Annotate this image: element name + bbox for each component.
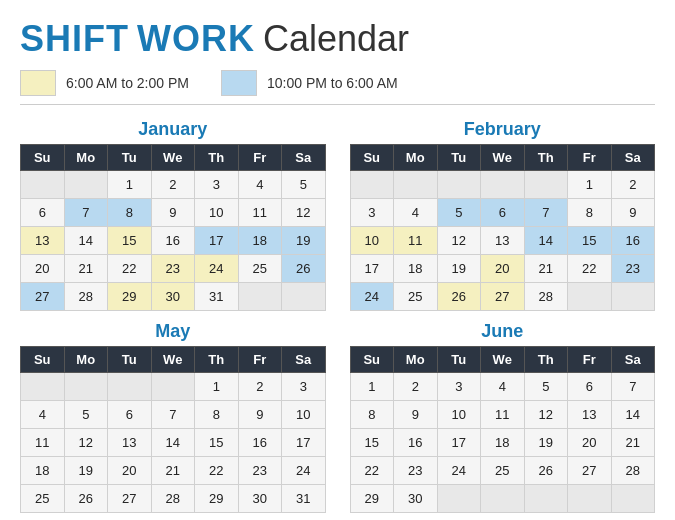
table-row: 25262728293031 (21, 485, 326, 513)
cal-day: 14 (64, 227, 108, 255)
cal-header-Fr: Fr (238, 145, 282, 171)
cal-day: 4 (21, 401, 65, 429)
cal-day: 5 (282, 171, 326, 199)
cal-day: 22 (350, 457, 394, 485)
cal-day (437, 485, 481, 513)
cal-day: 7 (64, 199, 108, 227)
cal-day: 22 (195, 457, 239, 485)
cal-day: 20 (568, 429, 612, 457)
cal-day (21, 373, 65, 401)
cal-day (238, 283, 282, 311)
table-row: 13141516171819 (21, 227, 326, 255)
table-row: 22232425262728 (350, 457, 655, 485)
cal-header-We: We (151, 347, 195, 373)
cal-day: 5 (64, 401, 108, 429)
cal-day: 6 (568, 373, 612, 401)
cal-day: 9 (611, 199, 655, 227)
cal-day: 2 (394, 373, 438, 401)
cal-day: 24 (195, 255, 239, 283)
cal-day: 21 (611, 429, 655, 457)
cal-day: 16 (611, 227, 655, 255)
cal-day: 1 (108, 171, 152, 199)
cal-day (64, 373, 108, 401)
cal-day: 10 (350, 227, 394, 255)
cal-header-Tu: Tu (437, 347, 481, 373)
cal-day: 24 (350, 283, 394, 311)
calendar-january: January SuMoTuWeThFrSa 12345678910111213… (20, 119, 326, 311)
cal-day: 10 (195, 199, 239, 227)
cal-table-january: SuMoTuWeThFrSa 1234567891011121314151617… (20, 144, 326, 311)
cal-day: 2 (238, 373, 282, 401)
cal-day: 17 (350, 255, 394, 283)
cal-day (437, 171, 481, 199)
cal-day: 31 (282, 485, 326, 513)
cal-header-Tu: Tu (108, 347, 152, 373)
cal-day: 29 (108, 283, 152, 311)
cal-day (282, 283, 326, 311)
cal-day (524, 171, 568, 199)
cal-day: 1 (195, 373, 239, 401)
cal-day: 18 (21, 457, 65, 485)
cal-day: 16 (238, 429, 282, 457)
legend-label-blue: 10:00 PM to 6:00 AM (267, 75, 398, 91)
cal-day: 12 (524, 401, 568, 429)
bottom-calendars-row: May SuMoTuWeThFrSa 123456789101112131415… (20, 321, 655, 513)
cal-title-february: February (350, 119, 656, 140)
cal-day: 19 (524, 429, 568, 457)
cal-day: 20 (21, 255, 65, 283)
cal-day: 24 (437, 457, 481, 485)
cal-day (611, 283, 655, 311)
cal-day: 15 (108, 227, 152, 255)
cal-day: 28 (64, 283, 108, 311)
cal-day (611, 485, 655, 513)
table-row: 2930 (350, 485, 655, 513)
cal-day: 11 (21, 429, 65, 457)
cal-day: 27 (21, 283, 65, 311)
cal-header-Tu: Tu (108, 145, 152, 171)
cal-header-Su: Su (21, 347, 65, 373)
cal-day: 4 (481, 373, 525, 401)
cal-header-Th: Th (195, 347, 239, 373)
cal-day: 13 (108, 429, 152, 457)
table-row: 12 (350, 171, 655, 199)
table-row: 12345 (21, 171, 326, 199)
table-row: 3456789 (350, 199, 655, 227)
cal-day: 26 (282, 255, 326, 283)
cal-day: 22 (108, 255, 152, 283)
cal-day: 28 (524, 283, 568, 311)
cal-header-Su: Su (350, 145, 394, 171)
cal-header-Su: Su (21, 145, 65, 171)
cal-day (568, 283, 612, 311)
cal-day (64, 171, 108, 199)
cal-header-We: We (481, 347, 525, 373)
table-row: 123 (21, 373, 326, 401)
cal-header-Tu: Tu (437, 145, 481, 171)
cal-day: 15 (195, 429, 239, 457)
cal-header-Th: Th (524, 145, 568, 171)
cal-header-Sa: Sa (282, 145, 326, 171)
cal-day: 3 (350, 199, 394, 227)
cal-day: 28 (151, 485, 195, 513)
cal-day: 29 (195, 485, 239, 513)
cal-day: 6 (21, 199, 65, 227)
cal-day: 27 (568, 457, 612, 485)
cal-day: 14 (611, 401, 655, 429)
cal-header-Mo: Mo (394, 145, 438, 171)
cal-day: 18 (394, 255, 438, 283)
cal-day: 30 (394, 485, 438, 513)
cal-day: 30 (238, 485, 282, 513)
cal-day: 21 (64, 255, 108, 283)
cal-title-january: January (20, 119, 326, 140)
cal-header-row-may: SuMoTuWeThFrSa (21, 347, 326, 373)
table-row: 1234567 (350, 373, 655, 401)
cal-day: 26 (524, 457, 568, 485)
cal-header-Sa: Sa (611, 145, 655, 171)
calendar-may: May SuMoTuWeThFrSa 123456789101112131415… (20, 321, 326, 513)
cal-day: 12 (282, 199, 326, 227)
cal-header-Mo: Mo (64, 145, 108, 171)
calendar-june: June SuMoTuWeThFrSa 12345678910111213141… (350, 321, 656, 513)
legend-color-blue (221, 70, 257, 96)
cal-day (21, 171, 65, 199)
cal-day: 17 (282, 429, 326, 457)
cal-day: 2 (611, 171, 655, 199)
